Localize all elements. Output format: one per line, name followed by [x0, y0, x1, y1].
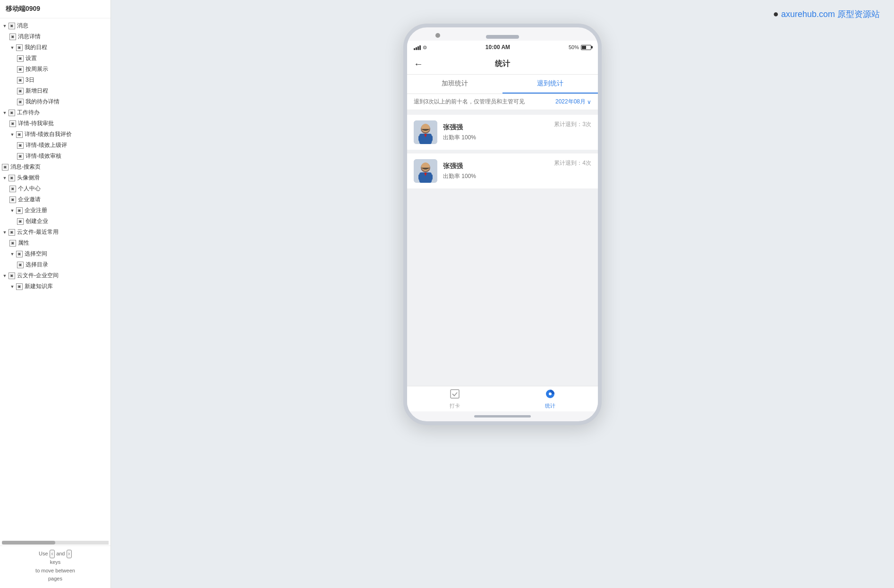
sidebar-item-weekly[interactable]: ▣ 按周展示 [0, 64, 111, 75]
page-icon: ▣ [9, 34, 16, 40]
sidebar-item-add-schedule[interactable]: ▣ 新增日程 [0, 85, 111, 96]
scrollbar-thumb [2, 541, 55, 545]
page-icon: ▣ [17, 55, 24, 62]
sidebar-item-select-space[interactable]: ▼ ▣ 选择空间 [0, 248, 111, 259]
sidebar-item-avatar-slide[interactable]: ▼ ▣ 头像侧滑 [0, 172, 111, 183]
page-icon: ▣ [9, 110, 15, 116]
battery-fill [582, 46, 586, 49]
page-icon: ▣ [9, 120, 16, 127]
employee-info-1: 张强强 出勤率 100% [443, 123, 554, 142]
sidebar-tree: ▼ ▣ 消息 ▣ 消息详情 ▼ ▣ 我的日程 ▣ 设置 ▣ 按周展示 ▣ 3日 [0, 18, 111, 540]
back-button[interactable]: ← [414, 59, 423, 69]
wifi-icon: ⊜ [423, 44, 427, 51]
prev-key-icon[interactable]: ‹ [50, 550, 55, 558]
sidebar-label: 新建知识库 [25, 282, 53, 290]
svg-point-3 [421, 124, 430, 132]
watermark-text: axurehub.com 原型资源站 [781, 9, 880, 19]
sidebar-item-settings[interactable]: ▣ 设置 [0, 53, 111, 64]
page-icon: ▣ [9, 23, 15, 29]
employee-card-1: 张强强 出勤率 100% 累计退到：3次 [407, 115, 598, 150]
page-icon: ▣ [16, 44, 23, 51]
arrow-icon: ▼ [9, 132, 15, 137]
sidebar-item-cloud-recent[interactable]: ▼ ▣ 云文件-最近常用 [0, 227, 111, 238]
arrow-icon: ▼ [2, 273, 8, 279]
signal-bar-2 [416, 47, 417, 50]
sidebar-item-self-eval[interactable]: ▼ ▣ 详情-绩效自我评价 [0, 129, 111, 140]
sidebar-item-superior-eval[interactable]: ▣ 详情-绩效上级评 [0, 140, 111, 151]
sidebar-label: 我的日程 [25, 43, 47, 51]
battery-percent: 50% [569, 44, 579, 50]
employee-count-1: 累计退到：3次 [554, 120, 591, 128]
sidebar-item-select-dir[interactable]: ▣ 选择目录 [0, 259, 111, 270]
sidebar-label: 企业邀请 [18, 196, 41, 204]
sidebar-label: 我的待办详情 [26, 98, 60, 106]
page-icon: ▣ [17, 262, 24, 268]
page-icon: ▣ [16, 283, 23, 290]
page-icon: ▣ [9, 196, 16, 203]
sidebar-label: 选择空间 [25, 250, 47, 258]
sidebar-item-todo-detail[interactable]: ▣ 我的待办详情 [0, 96, 111, 107]
sidebar-item-msg-search[interactable]: ▣ 消息-搜索页 [0, 162, 111, 172]
sidebar-label: 云文件-企业空间 [17, 272, 59, 280]
sidebar-item-messages[interactable]: ▼ ▣ 消息 [0, 20, 111, 31]
signal-bar-3 [417, 46, 419, 50]
page-icon: ▣ [17, 88, 24, 94]
filter-date[interactable]: 2022年08月 ∨ [555, 98, 591, 106]
avatar-2 [414, 159, 437, 183]
page-icon: ▣ [16, 131, 23, 138]
horizontal-scrollbar[interactable] [2, 541, 109, 545]
phone-camera [435, 33, 440, 38]
phone-speaker [486, 35, 519, 39]
sidebar-label: 详情-绩效自我评价 [25, 130, 72, 138]
sidebar-label: 云文件-最近常用 [17, 228, 59, 236]
sidebar-label: 详情-绩效上级评 [26, 141, 67, 149]
arrow-icon: ▼ [2, 23, 8, 29]
watermark: ● axurehub.com 原型资源站 [773, 9, 880, 20]
app-tabs: 加班统计 退到统计 [407, 75, 598, 94]
sidebar-item-pending-approval[interactable]: ▣ 详情-待我审批 [0, 118, 111, 129]
employee-name-2: 张强强 [443, 162, 554, 170]
tab-late[interactable]: 退到统计 [502, 75, 598, 94]
sidebar-label: 消息详情 [18, 33, 41, 41]
nav-item-stats[interactable]: 统计 [502, 389, 598, 409]
nav-hint-text: Use ‹ and › keys to move between pages [6, 550, 105, 583]
tab-overtime[interactable]: 加班统计 [407, 75, 502, 94]
sidebar-item-cloud-enterprise[interactable]: ▼ ▣ 云文件-企业空间 [0, 270, 111, 281]
arrow-icon: ▼ [9, 45, 15, 51]
svg-rect-13 [418, 174, 421, 180]
page-icon: ▣ [9, 175, 15, 181]
stats-svg-icon [545, 389, 555, 399]
arrow-icon: ▼ [9, 284, 15, 290]
employee-list: 张强强 出勤率 100% 累计退到：3次 [407, 110, 598, 386]
sidebar-label: 设置 [26, 54, 37, 62]
sidebar-item-company-invite[interactable]: ▣ 企业邀请 [0, 194, 111, 205]
keys-label: keys [50, 559, 61, 565]
sidebar-item-company-register[interactable]: ▼ ▣ 企业注册 [0, 205, 111, 216]
sidebar-item-3days[interactable]: ▣ 3日 [0, 75, 111, 85]
nav-checkin-label: 打卡 [450, 402, 460, 409]
employee-attendance-2: 出勤率 100% [443, 172, 554, 180]
and-label: and [56, 551, 65, 556]
status-right: 50% [569, 44, 591, 50]
app-header: ← 统计 [407, 54, 598, 75]
nav-item-checkin[interactable]: 打卡 [407, 389, 502, 409]
page-icon: ▣ [17, 66, 24, 73]
sidebar-item-work-todo[interactable]: ▼ ▣ 工作待办 [0, 107, 111, 118]
sidebar-label: 属性 [18, 239, 29, 247]
employee-attendance-1: 出勤率 100% [443, 134, 554, 142]
next-key-icon[interactable]: › [67, 550, 72, 558]
sidebar-item-perf-review[interactable]: ▣ 详情-绩效审核 [0, 151, 111, 162]
sidebar-label: 详情-绩效审核 [26, 152, 61, 160]
sidebar-item-personal-center[interactable]: ▣ 个人中心 [0, 183, 111, 194]
avatar-svg-2 [414, 159, 437, 183]
sidebar-item-my-schedule[interactable]: ▼ ▣ 我的日程 [0, 42, 111, 53]
sidebar-item-message-detail[interactable]: ▣ 消息详情 [0, 31, 111, 42]
stats-icon [545, 389, 555, 401]
sidebar-item-create-company[interactable]: ▣ 创建企业 [0, 216, 111, 227]
page-icon: ▣ [17, 153, 24, 160]
sidebar-item-properties[interactable]: ▣ 属性 [0, 238, 111, 248]
sidebar-item-new-knowledge[interactable]: ▼ ▣ 新建知识库 [0, 281, 111, 292]
phone-screen: ⊜ 10:00 AM 50% ← 统计 [407, 41, 598, 411]
svg-point-18 [549, 392, 552, 395]
watermark-dot: ● [773, 9, 779, 19]
